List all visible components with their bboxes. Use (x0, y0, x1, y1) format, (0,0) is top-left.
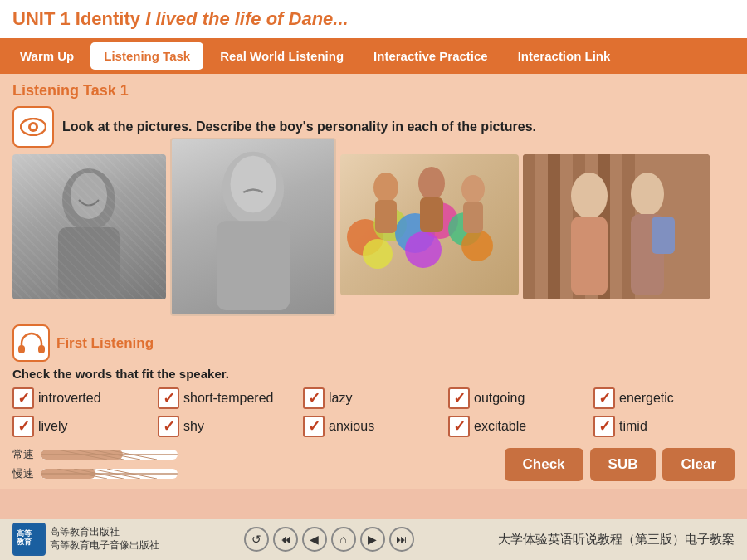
word-label-short-tempered: short-tempered (183, 391, 274, 406)
svg-point-31 (631, 173, 664, 216)
svg-rect-18 (375, 200, 397, 233)
checkbox-outgoing[interactable]: ✓ (448, 387, 470, 409)
first-listening-header: First Listening (12, 324, 735, 362)
svg-point-15 (405, 231, 442, 268)
unit-title-italic: I lived the life of Dane... (145, 8, 349, 29)
svg-rect-30 (571, 217, 608, 295)
checkbox-lively[interactable]: ✓ (12, 416, 34, 437)
svg-point-14 (363, 239, 393, 269)
slow-bar-lines (41, 469, 178, 479)
checkbox-shy[interactable]: ✓ (158, 416, 179, 437)
photo-1 (12, 154, 166, 299)
svg-point-17 (374, 173, 398, 202)
page-footer: 高等 教育 高等教育出版社 高等教育电子音像出版社 ↺ ⏮ ◀ ⌂ ▶ ⏭ 大学… (0, 519, 747, 560)
word-label-anxious: anxious (329, 419, 374, 434)
svg-point-21 (461, 175, 485, 203)
photos-row (12, 154, 735, 316)
main-content: Listening Task 1 Look at the pictures. D… (0, 74, 747, 489)
word-label-outgoing: outgoing (474, 391, 525, 406)
check-instruction: Check the words that fit the speaker. (12, 367, 735, 381)
instruction-row: Look at the pictures. Describe the boy's… (12, 106, 735, 148)
svg-rect-22 (463, 202, 483, 233)
check-button[interactable]: Check (505, 448, 583, 481)
slow-speed-bar[interactable] (41, 469, 178, 479)
svg-point-5 (71, 173, 107, 219)
svg-rect-7 (217, 221, 290, 310)
word-item-timid: ✓ timid (593, 416, 735, 437)
replay-button[interactable]: ↺ (244, 527, 269, 552)
photo-3 (340, 154, 519, 295)
rewind-button[interactable]: ◀ (302, 527, 327, 552)
word-label-shy: shy (183, 419, 204, 434)
section-title: Listening Task 1 (12, 82, 735, 100)
word-item-outgoing: ✓ outgoing (448, 387, 589, 409)
headphone-icon-box (12, 324, 50, 362)
word-item-lively: ✓ lively (12, 416, 154, 437)
checkbox-lazy[interactable]: ✓ (303, 387, 325, 409)
word-item-introverted: ✓ introverted (12, 387, 154, 409)
publisher-text: 高等教育出版社 高等教育电子音像出版社 (50, 526, 159, 552)
nav-listening-task[interactable]: Listening Task (90, 42, 203, 70)
svg-text:高等: 高等 (17, 528, 32, 538)
word-item-energetic: ✓ energetic (593, 387, 735, 409)
navigation-bar: Warm Up Listening Task Real World Listen… (0, 38, 747, 74)
word-item-shy: ✓ shy (158, 416, 299, 437)
slow-speed-label: 慢速 (12, 466, 36, 481)
nav-real-world[interactable]: Real World Listening (207, 42, 357, 70)
forward-button[interactable]: ▶ (360, 527, 385, 552)
checkbox-introverted[interactable]: ✓ (12, 387, 34, 409)
svg-point-8 (231, 156, 276, 213)
unit-title-normal: Identity (76, 8, 140, 29)
checkbox-timid[interactable]: ✓ (593, 416, 615, 437)
speed-row-normal: 常速 (12, 447, 178, 462)
svg-rect-20 (420, 197, 443, 232)
svg-rect-35 (38, 345, 45, 353)
svg-rect-33 (652, 217, 675, 254)
normal-speed-label: 常速 (12, 447, 36, 462)
svg-rect-4 (58, 227, 120, 298)
svg-point-3 (62, 168, 115, 231)
nav-warm-up[interactable]: Warm Up (7, 42, 87, 70)
instruction-text: Look at the pictures. Describe the boy's… (62, 119, 536, 134)
speed-controls: 常速 慢速 (12, 447, 178, 481)
svg-rect-25 (548, 154, 560, 299)
page-header: UNIT 1 Identity I lived the life of Dane… (0, 0, 747, 38)
eye-icon-box (12, 106, 54, 148)
bottom-row: 常速 慢速 (12, 447, 735, 481)
home-button[interactable]: ⌂ (331, 527, 356, 552)
checkbox-excitable[interactable]: ✓ (448, 416, 470, 437)
speed-row-slow: 慢速 (12, 466, 178, 481)
nav-interaction-link[interactable]: Interaction Link (505, 42, 624, 70)
unit-label: UNIT 1 Identity I lived the life of Dane… (12, 8, 349, 30)
words-grid: ✓ introverted ✓ short-tempered ✓ lazy ✓ … (12, 387, 735, 437)
next-button[interactable]: ⏭ (389, 527, 414, 552)
word-item-excitable: ✓ excitable (448, 416, 589, 437)
action-buttons: Check SUB Clear (505, 448, 735, 481)
publisher-line2: 高等教育电子音像出版社 (50, 539, 159, 553)
first-listening-title: First Listening (56, 335, 154, 352)
nav-interactive[interactable]: Interactive Practice (360, 42, 501, 70)
word-label-introverted: introverted (38, 391, 101, 406)
publisher-line1: 高等教育出版社 (50, 526, 159, 539)
word-label-timid: timid (619, 419, 647, 434)
word-label-lazy: lazy (329, 391, 352, 406)
word-item-lazy: ✓ lazy (303, 387, 444, 409)
checkbox-anxious[interactable]: ✓ (303, 416, 325, 437)
photo-2 (170, 138, 336, 316)
word-item-short-tempered: ✓ short-tempered (158, 387, 299, 409)
checkbox-short-tempered[interactable]: ✓ (158, 387, 179, 409)
word-item-anxious: ✓ anxious (303, 416, 444, 437)
word-label-excitable: excitable (474, 419, 526, 434)
normal-speed-bar[interactable] (41, 450, 178, 460)
svg-rect-24 (523, 154, 535, 299)
eye-icon (20, 118, 46, 136)
playback-controls: ↺ ⏮ ◀ ⌂ ▶ ⏭ (244, 527, 414, 552)
sub-button[interactable]: SUB (590, 448, 657, 481)
unit-number: UNIT 1 (12, 8, 71, 29)
word-label-energetic: energetic (619, 391, 674, 406)
checkbox-energetic[interactable]: ✓ (593, 387, 615, 409)
clear-button[interactable]: Clear (662, 448, 735, 481)
publisher-logo: 高等 教育 高等教育出版社 高等教育电子音像出版社 (12, 523, 159, 556)
prev-button[interactable]: ⏮ (273, 527, 298, 552)
svg-point-19 (418, 167, 445, 200)
